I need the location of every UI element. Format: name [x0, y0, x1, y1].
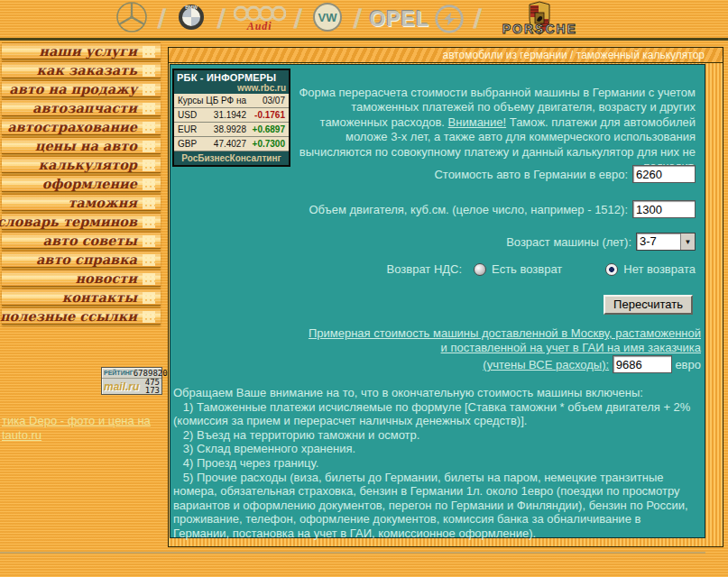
mailru-logo: mail.ru: [104, 380, 139, 393]
separator-slash-icon: /: [464, 4, 491, 34]
lattice-icon: [143, 122, 155, 133]
counter-bottom-row: mail.ru 475 173: [102, 379, 161, 395]
porsche-logo-icon[interactable]: PORSCHE: [489, 0, 590, 38]
rate-change: +0.6897: [246, 124, 285, 134]
lattice-icon: [143, 84, 155, 96]
separator-slash-icon: /: [344, 4, 371, 34]
chevron-down-icon[interactable]: ▼: [680, 234, 695, 250]
lattice-icon: [143, 141, 155, 152]
engine-label: Объем двигателя, куб.см. (целое число, н…: [309, 203, 628, 216]
breadcrumb: автомобили из германии / таможенный каль…: [169, 48, 723, 63]
calculator-panel: РБК - ИНФОРМЕРЫ www.rbc.ru Курсы ЦБ РФ н…: [170, 64, 705, 538]
result-block: Примерная стоимость машины доставленной …: [309, 326, 701, 373]
lattice-icon: [143, 254, 155, 266]
partner-link[interactable]: тика Depo - фото и цена на tauto.ru: [2, 414, 151, 443]
rbc-title: РБК - ИНФОРМЕРЫ: [177, 72, 286, 83]
bottom-divider: [0, 552, 705, 554]
opel-wordmark: OPEL: [369, 7, 429, 32]
opel-logo-icon[interactable]: OPEL: [369, 3, 465, 35]
intro-text: Форма перерасчета стоимости выбранной ма…: [288, 70, 696, 175]
separator-slash-icon: /: [148, 4, 175, 34]
age-row: Возраст машины (лет): 3-7 ▼: [170, 233, 705, 251]
age-select[interactable]: 3-7 ▼: [636, 233, 696, 251]
sidebar-nav: наши услуги как заказать авто на продажу…: [0, 42, 162, 326]
svg-text:VW: VW: [318, 11, 338, 24]
rbc-footer: РосБизнесКонсалтинг: [174, 151, 289, 165]
rbc-rate-row-eur: EUR 38.9928 +0.6897: [174, 123, 289, 137]
bmw-logo-icon[interactable]: BMW: [173, 0, 209, 40]
price-input[interactable]: [632, 165, 696, 183]
sidebar-item-services[interactable]: наши услуги: [2, 42, 161, 60]
rbc-site-link[interactable]: www.rbc.ru: [177, 83, 286, 93]
vat-row: Возврат НДС: Есть возврат Нет возврата: [170, 262, 705, 276]
lattice-icon: [143, 273, 155, 285]
lattice-icon: [143, 179, 155, 190]
vat-option-no-label: Нет возврата: [623, 262, 696, 276]
lattice-icon: [143, 46, 155, 58]
currency-label: евро: [675, 358, 701, 371]
sidebar-item-cars-for-sale[interactable]: авто на продажу: [2, 80, 161, 97]
lattice-icon: [143, 235, 155, 247]
price-label: Стоимость авто в Германии в евро:: [434, 168, 628, 181]
recalculate-button[interactable]: Пересчитать: [604, 295, 693, 315]
rbc-informer: РБК - ИНФОРМЕРЫ www.rbc.ru Курсы ЦБ РФ н…: [172, 69, 290, 167]
sidebar-item-glossary[interactable]: словарь терминов: [2, 213, 161, 230]
sidebar-item-registration[interactable]: оформление: [2, 175, 161, 192]
sidebar-item-customs[interactable]: таможня: [2, 194, 161, 211]
attention-text: Внимание!: [448, 115, 507, 129]
sidebar-item-auto-insurance[interactable]: автострахование: [2, 118, 161, 135]
rbc-rate-row-gbp: GBP 47.4027 +0.7300: [174, 137, 289, 151]
lattice-icon: [143, 197, 155, 209]
separator-slash-icon: /: [208, 4, 235, 34]
sidebar-item-calculator[interactable]: калькулятор: [2, 156, 161, 173]
lattice-icon: [143, 311, 155, 323]
sidebar-item-useful-links[interactable]: полезные ссылки: [2, 307, 161, 325]
sidebar-item-auto-reference[interactable]: авто справка: [2, 251, 161, 268]
sidebar-item-how-to-order[interactable]: как заказать: [2, 61, 161, 78]
sidebar-item-auto-tips[interactable]: авто советы: [2, 232, 161, 249]
vat-radio-refund-yes[interactable]: [474, 263, 486, 276]
porsche-wordmark: PORSCHE: [489, 22, 590, 36]
rbc-rates-date: 03/07: [263, 96, 285, 105]
brand-logo-row: / BMW / Audi: [114, 0, 590, 38]
lattice-icon: [143, 103, 155, 114]
audi-wordmark: Audi: [247, 20, 272, 33]
vat-option-yes-label: Есть возврат: [492, 262, 562, 276]
age-label: Возраст машины (лет):: [506, 235, 631, 249]
sidebar-item-auto-parts[interactable]: автозапчасти: [2, 99, 161, 116]
rbc-rate-row-usd: USD 31.1942 -0.1761: [174, 108, 289, 123]
vat-label: Возврат НДС:: [387, 262, 463, 276]
main-content-box: автомобили из германии / таможенный каль…: [168, 47, 723, 547]
engine-row: Объем двигателя, куб.см. (целое число, н…: [170, 200, 705, 218]
result-link-line1[interactable]: Примерная стоимость машины доставленной …: [309, 326, 701, 340]
lattice-icon: [143, 292, 155, 304]
rating-value: 6789820: [134, 369, 168, 378]
result-link-line2[interactable]: и поставленной на учет в ГАИ на имя зака…: [441, 341, 701, 354]
result-link-line3[interactable]: (учтены ВСЕ расходы):: [483, 358, 609, 371]
notes-text: Обращаем Ваше внимание на то, что в окон…: [173, 386, 702, 541]
counter-hosts: 173: [145, 387, 160, 395]
site-header: / BMW / Audi: [0, 0, 728, 41]
rate-change: +0.7300: [246, 139, 285, 149]
rate-change: -0.1761: [246, 110, 285, 120]
lattice-icon: [143, 160, 155, 171]
audi-logo-icon[interactable]: Audi: [234, 5, 286, 33]
sidebar-item-contacts[interactable]: контакты: [2, 288, 161, 306]
rating-label: РЕЙТИНГ: [104, 370, 134, 376]
engine-input[interactable]: [632, 200, 696, 218]
rbc-rates-header: Курсы ЦБ РФ на 03/07: [174, 94, 289, 108]
vat-radio-refund-no[interactable]: [605, 263, 618, 276]
mercedes-logo-icon[interactable]: [114, 0, 150, 40]
separator-slash-icon: /: [284, 4, 311, 34]
age-selected-value: 3-7: [637, 234, 680, 250]
sidebar-item-car-prices[interactable]: цены на авто: [2, 137, 161, 154]
result-total-input[interactable]: [613, 355, 672, 373]
lattice-icon: [143, 65, 155, 77]
page: / BMW / Audi: [0, 0, 728, 577]
rbc-header: РБК - ИНФОРМЕРЫ www.rbc.ru: [174, 70, 289, 94]
sidebar-item-news[interactable]: новости: [2, 270, 161, 287]
price-row: Стоимость авто в Германии в евро:: [170, 165, 705, 183]
mailru-counter[interactable]: РЕЙТИНГ 6789820 mail.ru 475 173: [101, 367, 162, 395]
lattice-icon: [143, 216, 155, 228]
vw-logo-icon[interactable]: VW: [309, 0, 346, 40]
